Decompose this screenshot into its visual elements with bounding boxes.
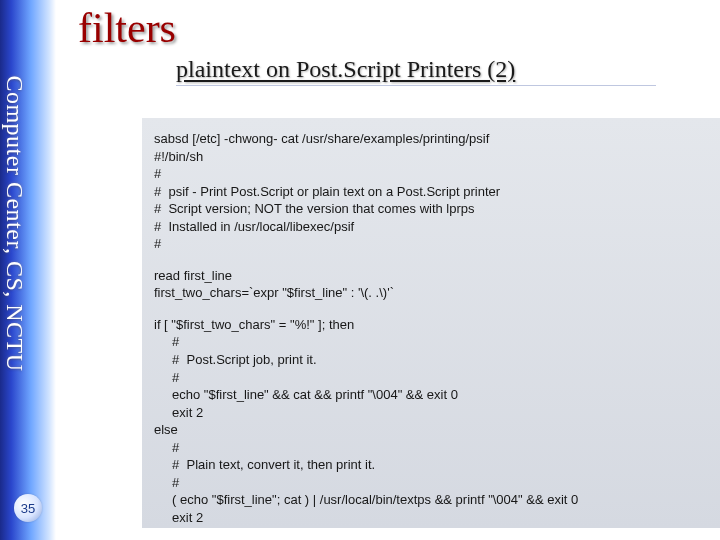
content-area: filters plaintext on Post.Script Printer… bbox=[56, 0, 720, 540]
sidebar-gradient: Computer Center, CS, NCTU 35 bbox=[0, 0, 56, 540]
sidebar-label: Computer Center, CS, NCTU bbox=[1, 14, 28, 434]
page-number-badge: 35 bbox=[14, 494, 42, 522]
code-block-header: sabsd [/etc] -chwong- cat /usr/share/exa… bbox=[154, 130, 720, 253]
slide: Computer Center, CS, NCTU 35 filters pla… bbox=[0, 0, 720, 540]
slide-title: filters bbox=[56, 0, 720, 52]
code-box: sabsd [/etc] -chwong- cat /usr/share/exa… bbox=[142, 118, 720, 528]
code-block-if: if [ "$first_two_chars" = "%!" ]; then #… bbox=[154, 316, 720, 528]
page-number: 35 bbox=[21, 501, 35, 516]
code-block-readline: read first_line first_two_chars=`expr "$… bbox=[154, 267, 720, 302]
slide-subtitle: plaintext on Post.Script Printers (2) bbox=[176, 56, 515, 82]
subtitle-wrap: plaintext on Post.Script Printers (2) bbox=[176, 56, 720, 86]
subtitle-rule bbox=[176, 85, 656, 86]
